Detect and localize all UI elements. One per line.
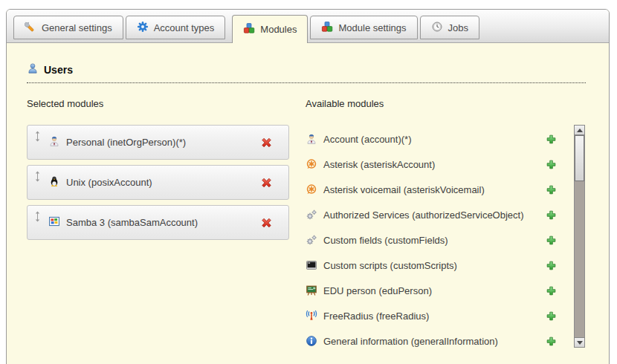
selected-modules-title: Selected modules <box>27 98 289 110</box>
available-modules-title: Available modules <box>306 98 585 110</box>
samba-icon <box>48 215 60 230</box>
selected-module-label: Personal (inetOrgPerson)(*) <box>66 126 186 159</box>
clock-icon <box>431 21 443 35</box>
available-module-label: Asterisk (asteriskAccount) <box>323 159 435 170</box>
page-title: Users <box>44 64 73 76</box>
available-module-row: Custom scripts (customScripts) <box>306 253 557 278</box>
available-module-label: General information (generalInformation) <box>323 336 498 347</box>
available-module-row: General information (generalInformation) <box>306 328 557 354</box>
modules-icon <box>243 22 255 36</box>
gears-icon <box>306 234 317 246</box>
person-icon <box>306 133 317 145</box>
selected-module-label: Samba 3 (sambaSamAccount) <box>66 206 198 239</box>
available-module-row: Asterisk (asteriskAccount) <box>306 152 557 177</box>
modules-panel: Users Selected modules Personal (inetOrg… <box>7 43 609 354</box>
config-tabs-widget: General settings Account types Modules M… <box>6 9 610 364</box>
gears-icon <box>306 209 317 221</box>
delete-icon[interactable] <box>260 216 273 229</box>
tab-label: General settings <box>42 22 112 33</box>
available-modules-column: Available modules Account (account)(*) A… <box>306 98 585 354</box>
scrollbar-up-button[interactable] <box>574 125 585 135</box>
section-heading-users: Users <box>27 62 586 83</box>
tab-account-types[interactable]: Account types <box>126 16 226 39</box>
tab-jobs[interactable]: Jobs <box>420 16 479 39</box>
available-modules-scrollbar[interactable] <box>574 125 585 348</box>
scrollbar-thumb[interactable] <box>575 135 584 181</box>
add-icon[interactable] <box>546 285 557 296</box>
tab-label: Modules <box>260 24 297 35</box>
add-icon[interactable] <box>546 311 557 322</box>
asterisk-icon <box>306 158 317 170</box>
selected-module-row[interactable]: Unix (posixAccount) <box>27 165 289 200</box>
tab-module-settings[interactable]: Module settings <box>310 16 417 39</box>
module-columns: Selected modules Personal (inetOrgPerson… <box>27 98 609 354</box>
drag-handle-icon[interactable] <box>34 171 41 185</box>
available-module-label: EDU person (eduPerson) <box>323 285 432 296</box>
terminal-icon <box>306 259 317 271</box>
tab-label: Module settings <box>338 22 406 33</box>
drag-handle-icon[interactable] <box>34 131 41 145</box>
tab-label: Jobs <box>448 22 468 33</box>
delete-icon[interactable] <box>260 136 273 149</box>
tab-general-settings[interactable]: General settings <box>13 16 123 39</box>
selected-module-row[interactable]: Personal (inetOrgPerson)(*) <box>27 125 289 160</box>
delete-icon[interactable] <box>260 176 273 189</box>
person-icon <box>48 135 60 150</box>
info-icon <box>306 335 317 347</box>
add-icon[interactable] <box>546 184 557 195</box>
modules-icon <box>321 21 333 35</box>
available-module-label: Custom fields (customFields) <box>323 235 448 246</box>
chalkboard-icon <box>306 285 317 296</box>
available-module-row: Asterisk voicemail (asteriskVoicemail) <box>306 177 557 202</box>
selected-modules-list: Personal (inetOrgPerson)(*) Unix (posixA… <box>27 125 289 240</box>
available-module-label: Account (account)(*) <box>323 134 412 145</box>
antenna-icon <box>306 310 317 322</box>
asterisk-icon <box>306 183 317 195</box>
triangle-up-icon <box>577 129 583 132</box>
add-icon[interactable] <box>546 209 557 221</box>
available-module-row: Custom fields (customFields) <box>306 227 557 253</box>
selected-modules-column: Selected modules Personal (inetOrgPerson… <box>27 98 289 354</box>
tab-modules[interactable]: Modules <box>232 15 308 43</box>
wrench-icon <box>25 21 36 35</box>
add-icon[interactable] <box>546 260 557 271</box>
selected-module-row[interactable]: Samba 3 (sambaSamAccount) <box>27 205 289 240</box>
add-icon[interactable] <box>546 134 557 145</box>
available-module-label: Custom scripts (customScripts) <box>323 260 457 271</box>
tab-bar: General settings Account types Modules M… <box>7 10 609 43</box>
available-modules-list: Account (account)(*) Asterisk (asteriskA… <box>306 126 585 354</box>
user-icon <box>27 62 39 77</box>
drag-handle-icon[interactable] <box>34 211 41 225</box>
scrollbar-down-button[interactable] <box>574 337 585 348</box>
selected-module-label: Unix (posixAccount) <box>66 166 152 199</box>
add-icon[interactable] <box>546 336 557 347</box>
available-module-label: Asterisk voicemail (asteriskVoicemail) <box>323 184 485 195</box>
tux-icon <box>48 175 60 190</box>
add-icon[interactable] <box>546 235 557 246</box>
available-module-row: FreeRadius (freeRadius) <box>306 303 557 328</box>
gear-icon <box>137 21 149 35</box>
available-module-row: Account (account)(*) <box>306 126 557 152</box>
add-icon[interactable] <box>546 159 557 170</box>
available-module-label: FreeRadius (freeRadius) <box>323 311 429 322</box>
available-module-row: EDU person (eduPerson) <box>306 278 557 303</box>
tab-label: Account types <box>154 22 215 33</box>
available-module-row: Authorized Services (authorizedServiceOb… <box>306 202 557 227</box>
triangle-down-icon <box>577 341 583 345</box>
available-module-label: Authorized Services (authorizedServiceOb… <box>323 209 524 221</box>
scrollbar-track[interactable] <box>574 135 585 337</box>
